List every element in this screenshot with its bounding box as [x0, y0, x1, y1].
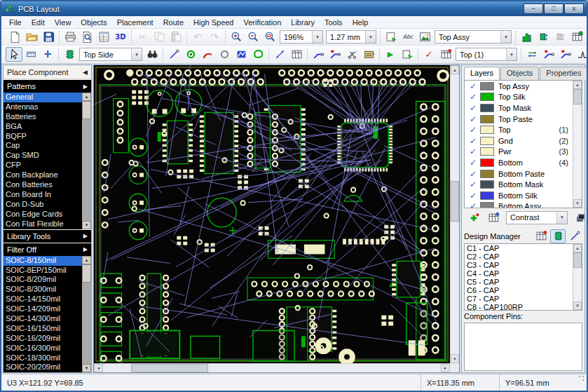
- scroll-thumb[interactable]: [451, 181, 459, 222]
- scroll-up-icon[interactable]: ▲: [82, 256, 91, 264]
- list-item[interactable]: Cap SMD: [4, 151, 82, 161]
- menu-objects[interactable]: Objects: [76, 18, 111, 27]
- place-dimension-button[interactable]: [271, 47, 288, 62]
- menu-verification[interactable]: Verification: [239, 18, 287, 27]
- scroll-up-icon[interactable]: ▲: [573, 244, 582, 252]
- layer-name[interactable]: Bottom Assy: [498, 202, 568, 208]
- tab-layers[interactable]: Layers: [464, 67, 500, 80]
- component-item[interactable]: C1 - CAP: [465, 244, 573, 252]
- list-item[interactable]: General: [4, 93, 82, 102]
- layer-stackup-button[interactable]: [574, 47, 588, 62]
- component-item[interactable]: C4 - CAP: [465, 269, 573, 278]
- layer-name[interactable]: Top Paste: [498, 115, 568, 123]
- component-item[interactable]: C3 - CAP: [465, 261, 573, 269]
- combo-side[interactable]: Top Side▼: [79, 48, 142, 61]
- view-3d-button[interactable]: 3D: [112, 29, 129, 44]
- cut-button[interactable]: ✂: [134, 29, 151, 44]
- list-item[interactable]: SOIC-20/209mil: [4, 363, 82, 372]
- scroll-thumb[interactable]: [573, 252, 582, 268]
- library-tools-bar[interactable]: Library Tools ▶: [4, 230, 91, 243]
- component-table-button[interactable]: [568, 29, 585, 44]
- scroll-down-icon[interactable]: ▼: [573, 302, 582, 310]
- list-item[interactable]: SOIC-8/150mil: [4, 256, 82, 266]
- layer-name[interactable]: Bottom: [498, 158, 559, 167]
- maximize-button[interactable]: □: [544, 4, 563, 14]
- combo-signal[interactable]: Top (1)▼: [456, 48, 517, 61]
- layer-color-swatch[interactable]: [480, 93, 494, 101]
- list-item[interactable]: Batteries: [4, 112, 82, 122]
- scroll-down-icon[interactable]: ▼: [82, 364, 91, 372]
- chevron-down-icon[interactable]: ▼: [365, 31, 376, 43]
- print-button[interactable]: [62, 29, 78, 44]
- patterns-section-bar[interactable]: Patterns ▶: [4, 80, 91, 93]
- tab-objects[interactable]: Objects: [500, 67, 539, 80]
- layer-visible-check-icon[interactable]: ✓: [466, 103, 480, 113]
- layer-name[interactable]: Pwr: [498, 147, 559, 156]
- layer-name[interactable]: Top Assy: [498, 82, 568, 90]
- add-layer-button[interactable]: [465, 210, 482, 225]
- place-component-button[interactable]: [61, 47, 78, 62]
- layer-color-swatch[interactable]: [480, 170, 494, 178]
- layer-color-swatch[interactable]: [480, 104, 494, 112]
- minimize-button[interactable]: –: [524, 4, 543, 14]
- update-components-button[interactable]: [535, 29, 552, 44]
- layer-visible-check-icon[interactable]: ✓: [466, 169, 480, 179]
- scroll-left-icon[interactable]: ◄: [94, 364, 103, 372]
- route-interactive-button[interactable]: [327, 47, 343, 62]
- scroll-up-icon[interactable]: ▲: [82, 93, 91, 101]
- scroll-down-icon[interactable]: ▼: [451, 354, 459, 363]
- pcb-canvas[interactable]: [94, 65, 450, 363]
- component-item[interactable]: C7 - CAP: [465, 295, 573, 303]
- menu-edit[interactable]: Edit: [27, 18, 50, 27]
- menu-route[interactable]: Route: [158, 18, 189, 27]
- layer-name[interactable]: Bottom Paste: [498, 170, 568, 178]
- chevron-down-icon[interactable]: ▼: [506, 48, 517, 60]
- list-item[interactable]: SOIC-8/209mil: [4, 275, 82, 285]
- menu-library[interactable]: Library: [286, 18, 320, 27]
- list-item[interactable]: SOIC-8EP/150mil: [4, 266, 82, 276]
- new-document-button[interactable]: [6, 29, 23, 44]
- collapse-panel-icon[interactable]: ◀: [83, 69, 88, 76]
- origin-tool-button[interactable]: +: [39, 47, 56, 62]
- canvas-vscrollbar[interactable]: ▲ ▼: [450, 65, 459, 363]
- dm-nets-button[interactable]: [533, 229, 549, 243]
- list-item[interactable]: SOIC-8/300mil: [4, 285, 82, 295]
- component-item[interactable]: C2 - CAP: [465, 252, 573, 261]
- list-item[interactable]: BGA: [4, 122, 82, 132]
- component-pins-list[interactable]: [464, 323, 582, 371]
- place-trace-button[interactable]: [165, 47, 182, 62]
- layer-color-swatch[interactable]: [480, 115, 494, 123]
- list-item[interactable]: Con Batteries: [4, 180, 82, 190]
- statistics-button[interactable]: [518, 29, 535, 44]
- menu-help[interactable]: Help: [348, 18, 374, 27]
- layer-visible-check-icon[interactable]: ✓: [466, 147, 480, 156]
- scroll-down-icon[interactable]: ▼: [82, 221, 91, 229]
- zoom-window-button[interactable]: [261, 29, 278, 44]
- layer-name[interactable]: Bottom Mask: [498, 180, 568, 189]
- menu-tools[interactable]: Tools: [320, 18, 348, 27]
- footprints-scrollbar[interactable]: ▲ ▼: [82, 256, 91, 372]
- back-annotate-button[interactable]: [552, 29, 568, 44]
- convert-to-pcb-button[interactable]: [383, 29, 399, 44]
- layers-scrollbar[interactable]: ▲ ▼: [573, 81, 582, 208]
- chevron-down-icon[interactable]: ▼: [500, 31, 511, 43]
- layer-color-swatch[interactable]: [480, 137, 494, 145]
- canvas-hscrollbar[interactable]: ◄ ►: [94, 363, 450, 372]
- component-item[interactable]: C5 - CAP: [465, 278, 573, 286]
- layer-color-swatch[interactable]: [480, 202, 494, 208]
- combo-zoom[interactable]: 196%▼: [280, 30, 323, 43]
- contrast-combo[interactable]: Contrast▼: [506, 211, 568, 224]
- place-component-header[interactable]: Place Component ◀: [4, 65, 91, 79]
- close-button[interactable]: x: [564, 4, 584, 14]
- list-item[interactable]: SOIC-16/150mil: [4, 324, 82, 334]
- list-item[interactable]: Con Flat Flexible: [4, 219, 82, 229]
- layer-visible-check-icon[interactable]: ✓: [466, 158, 480, 168]
- list-item[interactable]: Con Edge Cards: [4, 210, 82, 219]
- scroll-thumb[interactable]: [131, 364, 208, 372]
- unroute-button[interactable]: [343, 47, 360, 62]
- list-item[interactable]: Con Board In: [4, 190, 82, 200]
- place-picture-button[interactable]: [416, 29, 433, 44]
- place-via-button[interactable]: [182, 47, 199, 62]
- edit-traces-button[interactable]: [540, 47, 557, 62]
- layer-name[interactable]: Top: [498, 126, 559, 134]
